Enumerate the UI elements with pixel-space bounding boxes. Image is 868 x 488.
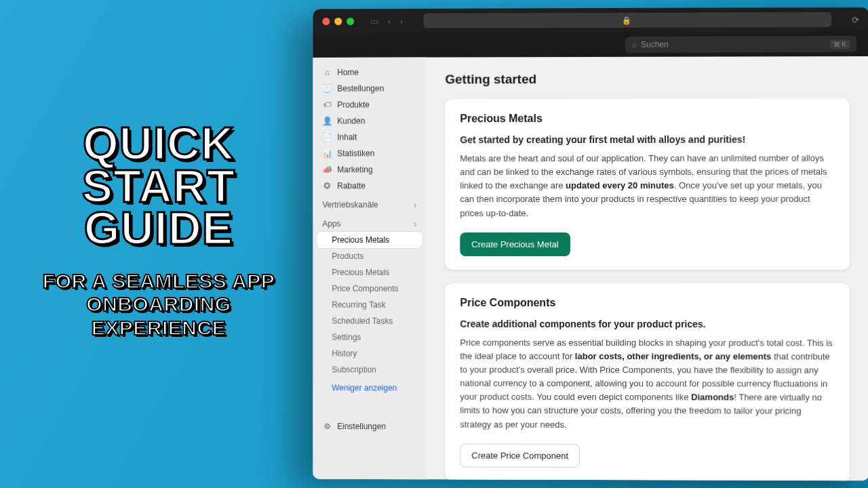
card-price-components: Price Components Create additional compo… [445, 283, 850, 481]
megaphone-icon: 📣 [322, 165, 332, 174]
browser-nav-buttons: ▭ ‹ › [370, 16, 403, 26]
page-title: Getting started [445, 71, 850, 87]
app-topbar: ⌕ Suchen ⌘ K [313, 32, 868, 58]
refresh-icon[interactable]: ⟳ [852, 14, 859, 24]
sidebar-app-scheduled-tasks[interactable]: Scheduled Tasks [317, 313, 422, 329]
search-placeholder: Suchen [641, 40, 669, 49]
sidebar: ⌂Home 🧾Bestellungen 🏷Produkte 👤Kunden 📄I… [313, 58, 427, 480]
main-content: Getting started Precious Metals Get star… [427, 56, 868, 481]
promo-subtitle: FOR A SEAMLESS APP ONBOARDING EXPERIENCE [16, 270, 301, 340]
card-heading: Price Components [460, 297, 835, 309]
tag-icon: 🏷 [322, 100, 332, 110]
card-lead: Create additional components for your pr… [460, 319, 835, 330]
card-body: Price components serve as essential buil… [460, 336, 835, 432]
chevron-right-icon: › [414, 218, 417, 229]
sidebar-section-apps[interactable]: Apps › [317, 213, 422, 232]
sidebar-item-discounts[interactable]: ✪Rabatte [317, 178, 422, 194]
card-heading: Precious Metals [460, 112, 835, 125]
search-icon: ⌕ [632, 40, 637, 49]
sidebar-item-customers[interactable]: 👤Kunden [317, 113, 422, 129]
lock-icon: 🔒 [622, 16, 631, 24]
home-icon: ⌂ [322, 68, 332, 77]
page-icon: 📄 [322, 133, 332, 142]
card-body: Metals are the heart and soul of our app… [460, 152, 835, 220]
promo-title: QUICK START GUIDE [16, 122, 301, 249]
traffic-lights [322, 18, 354, 25]
minimize-icon[interactable] [334, 18, 342, 25]
sidebar-item-marketing[interactable]: 📣Marketing [317, 161, 422, 178]
search-shortcut: ⌘ K [830, 39, 850, 48]
url-bar[interactable]: 🔒 [423, 12, 831, 28]
app-body: ⌂Home 🧾Bestellungen 🏷Produkte 👤Kunden 📄I… [313, 56, 868, 481]
create-price-component-button[interactable]: Create Price Component [460, 443, 580, 467]
sidebar-item-products[interactable]: 🏷Produkte [317, 96, 422, 113]
sidebar-item-settings[interactable]: ⚙ Einstellungen [317, 418, 422, 434]
sidebar-app-subscription[interactable]: Subscription [317, 361, 422, 378]
sidebar-section-channels[interactable]: Vertriebskanäle › [317, 194, 422, 213]
create-precious-metal-button[interactable]: Create Precious Metal [460, 232, 570, 256]
sidebar-app-history[interactable]: History [317, 345, 422, 361]
search-input[interactable]: ⌕ Suchen ⌘ K [625, 36, 856, 53]
sidebar-app-precious-metals-sub[interactable]: Precious Metals [317, 264, 422, 281]
orders-icon: 🧾 [322, 84, 332, 94]
discount-icon: ✪ [322, 181, 332, 190]
gear-icon: ⚙ [322, 422, 332, 431]
browser-chrome: ▭ ‹ › 🔒 ⟳ [313, 7, 868, 33]
sidebar-item-stats[interactable]: 📊Statistiken [317, 145, 422, 161]
sidebar-app-recurring-task[interactable]: Recurring Task [317, 297, 422, 313]
promo-overlay: QUICK START GUIDE FOR A SEAMLESS APP ONB… [16, 122, 301, 340]
sidebar-app-products[interactable]: Products [317, 248, 422, 264]
card-lead: Get started by creating your first metal… [460, 134, 835, 145]
chevron-right-icon: › [414, 199, 417, 210]
sidebar-app-price-components[interactable]: Price Components [317, 281, 422, 297]
sidebar-item-home[interactable]: ⌂Home [317, 64, 422, 81]
sidebar-app-precious-metals[interactable]: Precious Metals [317, 232, 422, 248]
user-icon: 👤 [322, 117, 332, 126]
card-precious-metals: Precious Metals Get started by creating … [445, 98, 850, 270]
show-less-link[interactable]: Weniger anzeigen [317, 378, 422, 398]
sidebar-item-orders[interactable]: 🧾Bestellungen [317, 81, 422, 97]
sidebar-item-content[interactable]: 📄Inhalt [317, 129, 422, 145]
sidebar-app-settings[interactable]: Settings [317, 329, 422, 346]
back-icon[interactable]: ‹ [388, 16, 391, 26]
browser-window: ▭ ‹ › 🔒 ⟳ ⌕ Suchen ⌘ K ⌂Home 🧾Bestellung… [313, 7, 868, 481]
chart-icon: 📊 [322, 148, 332, 158]
forward-icon[interactable]: › [400, 16, 403, 26]
maximize-icon[interactable] [347, 18, 354, 25]
sidebar-toggle-icon[interactable]: ▭ [370, 16, 378, 26]
close-icon[interactable] [322, 18, 330, 25]
